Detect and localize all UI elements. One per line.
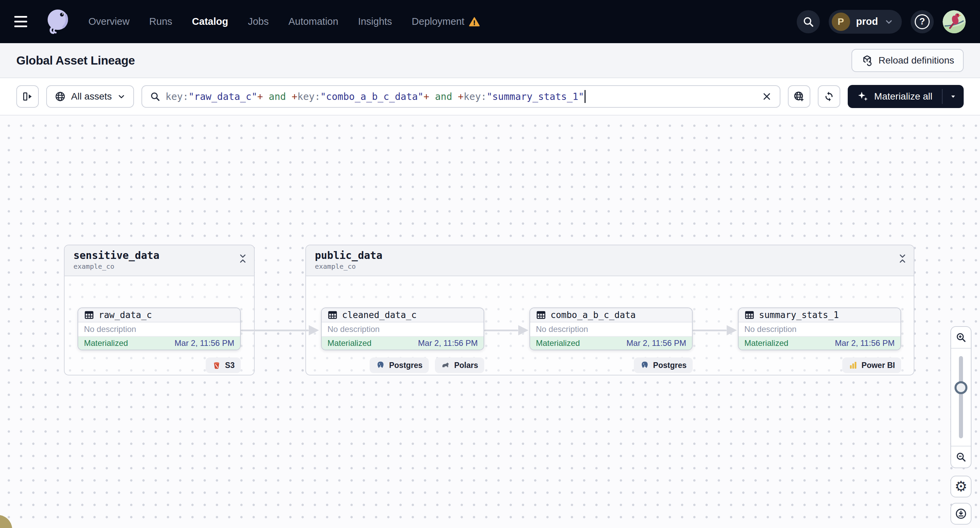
refresh-button[interactable]: [818, 85, 840, 108]
materialization-timestamp: Mar 2, 11:56 PM: [626, 338, 686, 348]
tag-postgres[interactable]: Postgres: [634, 357, 693, 373]
edge-combo-to-summary: [693, 330, 727, 331]
powerbi-icon: [848, 360, 858, 370]
dagster-logo: [42, 5, 73, 38]
polars-icon: [441, 360, 450, 370]
clear-search-button[interactable]: [761, 91, 772, 102]
group-header: public_data example_co: [306, 245, 914, 276]
materialize-all-label: Materialize all: [874, 91, 932, 102]
zoom-in-icon: [955, 331, 967, 343]
materialize-all-button[interactable]: Materialize all: [848, 85, 942, 108]
asset-node-cleaned-data-c[interactable]: cleaned_data_c No description Materializ…: [321, 308, 484, 350]
help-button[interactable]: ?: [911, 10, 934, 33]
sparkles-icon: [857, 91, 869, 102]
nav-item-overview[interactable]: Overview: [88, 16, 130, 27]
question-icon: ?: [915, 14, 930, 29]
zoom-slider-thumb[interactable]: [955, 381, 967, 394]
asset-tags-row: Postgres Polars: [321, 357, 484, 373]
top-nav: Overview Runs Catalog Jobs Automation In…: [0, 0, 980, 43]
asset-status-row: Materialized Mar 2, 11:56 PM: [530, 337, 692, 350]
query-segment: key:: [298, 91, 320, 102]
group-title: public_data: [315, 249, 905, 261]
asset-search-input[interactable]: key:"raw_data_c"+ and +key:"combo_a_b_c_…: [142, 85, 780, 108]
tag-label: Polars: [454, 361, 478, 370]
nav-right: P prod ?: [797, 10, 966, 33]
materialization-timestamp: Mar 2, 11:56 PM: [175, 338, 234, 348]
query-segment: "summary_stats_1": [487, 91, 584, 102]
status-badge: Materialized: [536, 338, 580, 348]
download-image-button[interactable]: [950, 503, 972, 525]
gear-icon: ⚙: [955, 479, 967, 494]
panel-expand-icon: [22, 91, 33, 102]
collapse-group-button[interactable]: [898, 254, 907, 265]
lineage-toolbar: All assets key:"raw_data_c"+ and +key:"c…: [0, 78, 980, 116]
search-icon: [150, 91, 161, 102]
nav-item-jobs[interactable]: Jobs: [248, 16, 269, 27]
tag-s3[interactable]: S3: [206, 357, 241, 373]
tag-label: Postgres: [389, 361, 422, 370]
asset-description: No description: [322, 322, 484, 337]
edge-raw-to-cleaned: [241, 330, 309, 331]
global-search-button[interactable]: [797, 10, 820, 33]
tag-label: S3: [225, 361, 235, 370]
asset-name: combo_a_b_c_data: [550, 310, 636, 320]
nav-item-catalog[interactable]: Catalog: [192, 16, 228, 27]
edge-arrowhead-icon: [518, 325, 528, 335]
reload-definitions-label: Reload definitions: [878, 55, 954, 66]
table-icon: [745, 310, 754, 320]
user-avatar[interactable]: [943, 10, 966, 33]
table-icon: [84, 310, 94, 320]
collapse-icon: [898, 254, 907, 264]
deployment-switcher[interactable]: P prod: [829, 10, 902, 33]
materialize-options-button[interactable]: [943, 85, 964, 108]
zoom-out-icon: [955, 451, 967, 463]
query-segment: key:: [463, 91, 486, 102]
zoom-in-button[interactable]: [951, 327, 971, 349]
nav-item-deployment-label: Deployment: [412, 16, 465, 27]
asset-node-raw-data-c[interactable]: raw_data_c No description Materialized M…: [78, 308, 241, 350]
avatar-bird-image: [943, 10, 966, 33]
primary-nav: Overview Runs Catalog Jobs Automation In…: [88, 16, 480, 27]
asset-node-header: combo_a_b_c_data: [530, 308, 692, 322]
graph-settings-button[interactable]: ⚙: [950, 476, 972, 498]
nav-item-deployment[interactable]: Deployment: [412, 16, 480, 27]
asset-node-summary-stats-1[interactable]: summary_stats_1 No description Materiali…: [738, 308, 901, 350]
tag-polars[interactable]: Polars: [435, 357, 484, 373]
materialization-timestamp: Mar 2, 11:56 PM: [835, 338, 895, 348]
asset-status-row: Materialized Mar 2, 11:56 PM: [738, 337, 900, 350]
table-icon: [328, 310, 338, 320]
tag-postgres[interactable]: Postgres: [370, 357, 428, 373]
app-root: Overview Runs Catalog Jobs Automation In…: [0, 0, 980, 528]
tag-power-bi[interactable]: Power BI: [842, 357, 901, 373]
status-badge: Materialized: [745, 338, 788, 348]
asset-scope-dropdown[interactable]: All assets: [46, 85, 134, 108]
zoom-controls: [950, 326, 972, 468]
postgres-icon: [640, 360, 649, 370]
asset-description: No description: [78, 322, 240, 337]
edge-arrowhead-icon: [309, 325, 319, 335]
page-header: Global Asset Lineage Reload definitions: [0, 43, 980, 78]
group-subtitle: example_co: [315, 262, 905, 270]
search-query-text: key:"raw_data_c"+ and +key:"combo_a_b_c_…: [165, 90, 586, 103]
asset-node-header: summary_stats_1: [738, 308, 900, 322]
asset-status-row: Materialized Mar 2, 11:56 PM: [78, 337, 240, 350]
globe-plus-icon: [793, 90, 805, 103]
reload-definitions-button[interactable]: Reload definitions: [851, 49, 964, 72]
search-icon: [802, 16, 815, 28]
download-icon: [955, 507, 967, 520]
menu-icon[interactable]: [14, 11, 36, 33]
zoom-out-button[interactable]: [951, 446, 971, 468]
edge-arrowhead-icon: [727, 325, 737, 335]
collapse-group-button[interactable]: [239, 254, 247, 265]
zoom-slider-track: [959, 356, 963, 438]
zoom-slider[interactable]: [951, 349, 971, 446]
graph-query-button[interactable]: [788, 85, 810, 108]
asset-node-combo-a-b-c-data[interactable]: combo_a_b_c_data No description Material…: [530, 308, 693, 350]
caret-down-icon: [949, 92, 958, 101]
nav-item-automation[interactable]: Automation: [288, 16, 338, 27]
lineage-graph-canvas[interactable]: sensitive_data example_co public_data ex…: [0, 116, 980, 528]
postgres-icon: [376, 360, 385, 370]
nav-item-runs[interactable]: Runs: [149, 16, 172, 27]
nav-item-insights[interactable]: Insights: [358, 16, 392, 27]
open-panel-button[interactable]: [16, 85, 39, 108]
